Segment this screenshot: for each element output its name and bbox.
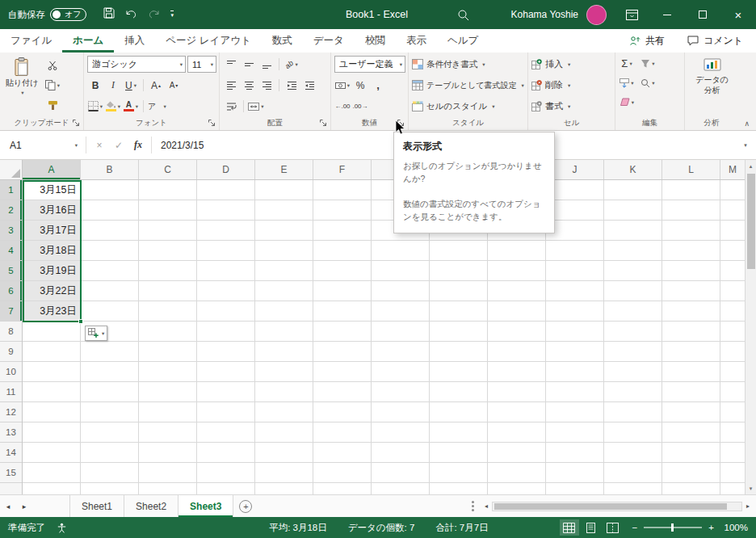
scroll-up-icon[interactable]: ▴: [750, 160, 753, 172]
align-middle-button[interactable]: [241, 56, 257, 73]
row-header-8[interactable]: 8: [0, 322, 22, 342]
horizontal-scroll-thumb[interactable]: [494, 503, 727, 510]
row-header-9[interactable]: 9: [0, 342, 22, 362]
name-box[interactable]: A1 ▾: [2, 135, 82, 155]
close-button[interactable]: ×: [720, 0, 756, 29]
tab-page-layout[interactable]: ページ レイアウト: [155, 29, 262, 53]
font-dialog-launcher[interactable]: [207, 118, 217, 128]
conditional-formatting-button[interactable]: 条件付き書式▾: [412, 55, 525, 74]
decrease-indent-button[interactable]: [284, 77, 300, 94]
wrap-text-button[interactable]: [223, 98, 239, 115]
scroll-down-icon[interactable]: ▾: [750, 482, 753, 494]
font-name-combo[interactable]: 游ゴシック▾: [87, 56, 186, 73]
scroll-right-icon[interactable]: ▸: [745, 502, 751, 510]
zoom-in-button[interactable]: +: [708, 523, 714, 532]
increase-decimal-button[interactable]: ←.00: [334, 98, 351, 115]
zoom-level[interactable]: 100%: [714, 523, 748, 532]
tab-splitter-handle[interactable]: [472, 505, 474, 507]
increase-font-size-button[interactable]: A▴: [148, 77, 164, 94]
cell-a7[interactable]: 3月23日: [23, 301, 81, 322]
copy-button[interactable]: ▾: [44, 77, 61, 94]
zoom-slider-thumb[interactable]: [671, 523, 674, 532]
row-header-12[interactable]: 12: [0, 402, 22, 422]
save-button[interactable]: [103, 7, 115, 22]
cut-button[interactable]: [44, 57, 61, 74]
row-header-4[interactable]: 4: [0, 241, 22, 261]
alignment-dialog-launcher[interactable]: [318, 118, 329, 128]
zoom-slider[interactable]: [644, 527, 702, 528]
format-as-table-button[interactable]: テーブルとして書式設定▾: [412, 76, 525, 95]
ribbon-display-options-button[interactable]: [626, 10, 638, 20]
tab-help[interactable]: ヘルプ: [437, 29, 489, 53]
cell-a3[interactable]: 3月17日: [23, 221, 81, 241]
sheet-tab-sheet2[interactable]: Sheet2: [124, 495, 178, 517]
insert-cells-button[interactable]: 挿入▾: [531, 55, 612, 74]
zoom-out-button[interactable]: −: [632, 523, 638, 532]
currency-format-button[interactable]: ▾: [334, 77, 351, 94]
row-header-2[interactable]: 2: [0, 200, 22, 221]
column-header-k[interactable]: K: [604, 160, 662, 179]
cell-a4[interactable]: 3月18日: [23, 241, 81, 261]
formula-bar-expand-icon[interactable]: ▾: [737, 135, 754, 155]
clipboard-dialog-launcher[interactable]: [71, 118, 82, 128]
sheet-nav-left-icon[interactable]: ◂: [0, 495, 16, 517]
orientation-button[interactable]: ab▾: [284, 56, 300, 73]
bold-button[interactable]: B: [87, 77, 103, 94]
percent-style-button[interactable]: %: [352, 77, 368, 94]
avatar[interactable]: [586, 5, 607, 25]
delete-cells-button[interactable]: 削除▾: [531, 76, 612, 95]
column-header-e[interactable]: E: [255, 160, 313, 179]
tab-formulas[interactable]: 数式: [262, 29, 303, 53]
decrease-decimal-button[interactable]: .00→: [352, 98, 368, 115]
borders-button[interactable]: ▾: [87, 98, 103, 115]
tab-view[interactable]: 表示: [396, 29, 437, 53]
comments-button[interactable]: コメント: [687, 34, 743, 48]
font-size-combo[interactable]: 11▾: [187, 56, 216, 73]
tab-home[interactable]: ホーム: [62, 29, 114, 53]
row-header-3[interactable]: 3: [0, 221, 22, 241]
vertical-scrollbar[interactable]: ▴ ▾: [745, 160, 756, 494]
row-header-13[interactable]: 13: [0, 422, 22, 443]
align-right-button[interactable]: [258, 77, 275, 94]
row-header-15[interactable]: 15: [0, 463, 22, 483]
select-all-corner[interactable]: [0, 160, 23, 179]
row-header-14[interactable]: 14: [0, 443, 22, 463]
align-top-button[interactable]: [223, 56, 239, 73]
decrease-font-size-button[interactable]: A▾: [166, 77, 182, 94]
sort-filter-button[interactable]: ▾: [640, 55, 656, 72]
cell-styles-button[interactable]: セルのスタイル▾: [412, 97, 525, 116]
fill-color-button[interactable]: ▾: [105, 98, 121, 115]
maximize-button[interactable]: [685, 0, 720, 29]
cell-a1[interactable]: 3月15日: [23, 180, 81, 200]
page-break-view-button[interactable]: [603, 519, 623, 536]
column-header-c[interactable]: C: [139, 160, 197, 179]
comma-style-button[interactable]: ,: [370, 77, 386, 94]
tab-data[interactable]: データ: [303, 29, 355, 53]
underline-button[interactable]: U▾: [123, 77, 139, 94]
tab-insert[interactable]: 挿入: [114, 29, 155, 53]
format-painter-button[interactable]: [44, 97, 61, 114]
number-format-combo[interactable]: ユーザー定義▾: [334, 56, 405, 73]
row-header-6[interactable]: 6: [0, 281, 22, 301]
fill-button[interactable]: ▾: [619, 74, 635, 91]
phonetic-guide-button[interactable]: ア゙▾: [148, 98, 166, 115]
sheet-nav-right-icon[interactable]: ▸: [16, 495, 32, 517]
cell-a2[interactable]: 3月16日: [23, 200, 81, 221]
row-header-1[interactable]: 1: [0, 180, 22, 200]
column-header-b[interactable]: B: [81, 160, 139, 179]
column-header-f[interactable]: F: [313, 160, 372, 179]
merge-center-button[interactable]: ▾: [248, 98, 264, 115]
enter-button[interactable]: ✓: [109, 135, 128, 155]
cancel-button[interactable]: ×: [90, 135, 109, 155]
autosave-toggle[interactable]: オフ: [50, 8, 86, 21]
column-header-m[interactable]: M: [720, 160, 745, 179]
row-header-10[interactable]: 10: [0, 362, 22, 382]
align-bottom-button[interactable]: [258, 56, 275, 73]
row-header-5[interactable]: 5: [0, 261, 22, 281]
paste-button[interactable]: 貼り付け ▾: [3, 55, 40, 117]
row-header-7[interactable]: 7: [0, 301, 22, 322]
ribbon-collapse-button[interactable]: ∧: [744, 120, 750, 128]
cell-a5[interactable]: 3月19日: [23, 261, 81, 281]
vertical-scroll-thumb[interactable]: [747, 174, 755, 269]
page-layout-view-button[interactable]: [582, 519, 601, 536]
